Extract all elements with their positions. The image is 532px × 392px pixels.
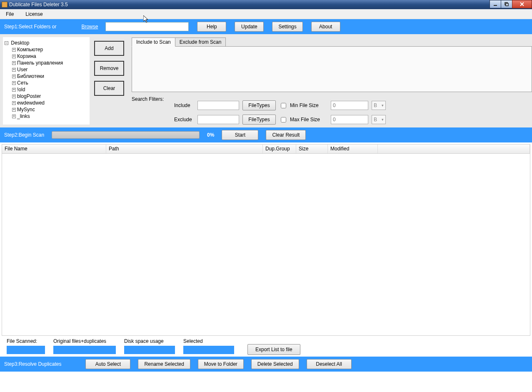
stat-orig-dup-value [53, 346, 116, 354]
clear-result-button[interactable]: Clear Result [266, 130, 306, 140]
tree-expand-icon[interactable]: + [12, 88, 16, 92]
tree-expand-icon[interactable]: + [12, 55, 16, 58]
column-file-name[interactable]: File Name [2, 145, 106, 153]
stat-disk-value [124, 346, 175, 354]
tree-item-label: blogPoster [17, 93, 41, 99]
tree-item[interactable]: +Библиотеки [12, 73, 88, 80]
tree-item-label: _links [17, 113, 30, 119]
tree-expand-icon[interactable]: + [12, 81, 16, 85]
max-filesize-checkbox[interactable] [281, 117, 286, 122]
tree-item[interactable]: +_links [12, 113, 88, 120]
tree-expand-icon[interactable]: + [12, 68, 16, 72]
tree-item-label: ewdewdwed [17, 100, 45, 106]
scan-progress-bar [52, 131, 200, 139]
about-button[interactable]: About [311, 22, 340, 32]
tree-expand-icon[interactable]: + [12, 101, 16, 105]
tree-item-label: Библиотеки [17, 73, 44, 79]
min-filesize-input[interactable] [331, 101, 368, 110]
add-folder-button[interactable]: Add [94, 41, 124, 56]
rename-selected-button[interactable]: Rename Selected [138, 359, 190, 369]
step2-label: Step2:Begin Scan [4, 132, 44, 138]
column-path[interactable]: Path [106, 145, 263, 153]
browse-link[interactable]: Browse [81, 24, 98, 30]
tree-item-label: MySync [17, 107, 35, 112]
deselect-all-button[interactable]: Deselect All [307, 359, 352, 369]
scan-config-area: Include to Scan Exclude from Scan Search… [128, 34, 532, 127]
tree-item-label: Компьютер [17, 47, 43, 52]
tree-collapse-icon[interactable]: − [5, 41, 8, 45]
stat-disk-label: Disk space usage [124, 338, 175, 344]
minimize-button[interactable] [490, 0, 501, 8]
min-filesize-unit-select[interactable]: B [372, 101, 386, 110]
include-filter-input[interactable] [197, 101, 239, 110]
scan-folder-list [132, 46, 532, 92]
delete-selected-button[interactable]: Delete Selected [251, 359, 299, 369]
stat-scanned-value [7, 346, 45, 354]
step1-banner: Step1:Select Folders or Browse Help Upda… [0, 19, 532, 34]
close-button[interactable] [512, 0, 532, 8]
results-header: File Name Path Dup.Group Size Modified [2, 145, 530, 154]
tree-item[interactable]: +Корзина [12, 53, 88, 60]
tree-expand-icon[interactable]: + [12, 75, 16, 78]
help-button[interactable]: Help [197, 22, 226, 32]
tree-item-label: Панель управления [17, 60, 63, 66]
stat-scanned-label: File Scanned: [7, 338, 45, 344]
step2-banner: Step2:Begin Scan 0% Start Clear Result [0, 127, 532, 142]
app-icon [2, 2, 7, 7]
tree-expand-icon[interactable]: + [12, 95, 16, 98]
start-scan-button[interactable]: Start [222, 130, 258, 140]
column-spacer [378, 145, 530, 153]
clear-folders-button[interactable]: Clear [94, 81, 124, 96]
move-to-folder-button[interactable]: Move to Folder [198, 359, 244, 369]
tree-root-label[interactable]: Desktop [11, 40, 29, 46]
min-filesize-checkbox[interactable] [281, 103, 286, 108]
tree-item[interactable]: +ewdewdwed [12, 100, 88, 106]
tree-item-label: User [17, 67, 27, 72]
tree-item-label: Сеть [17, 80, 28, 86]
tree-expand-icon[interactable]: + [12, 48, 16, 52]
tree-item[interactable]: +Компьютер [12, 46, 88, 53]
auto-select-button[interactable]: Auto Select [85, 359, 130, 369]
menubar: File License [0, 9, 532, 19]
tree-item-label: Корзина [17, 53, 36, 59]
column-dup-group[interactable]: Dup.Group [263, 145, 296, 153]
window-titlebar: Dublicate Files Deleter 3.5 [0, 0, 532, 9]
max-filesize-input[interactable] [331, 115, 368, 124]
tree-item[interactable]: +User [12, 66, 88, 73]
tree-item[interactable]: +Панель управления [12, 60, 88, 66]
menu-license[interactable]: License [23, 10, 45, 18]
tab-exclude-from-scan[interactable]: Exclude from Scan [175, 37, 226, 47]
folder-action-buttons: Add Remove Clear [90, 34, 128, 127]
stat-selected-value [183, 346, 234, 354]
export-list-button[interactable]: Export List to file [247, 344, 300, 355]
tab-include-to-scan[interactable]: Include to Scan [132, 37, 175, 47]
tree-item[interactable]: +MySync [12, 106, 88, 113]
min-filesize-label: Min File Size [290, 102, 327, 108]
tree-item-label: !old [17, 87, 25, 92]
maximize-button[interactable] [501, 0, 512, 8]
scan-progress-percent: 0% [207, 132, 214, 138]
step1-label: Step1:Select Folders or [4, 24, 56, 30]
max-filesize-unit-select[interactable]: B [372, 115, 386, 124]
exclude-filter-input[interactable] [197, 115, 239, 124]
results-table: File Name Path Dup.Group Size Modified [2, 144, 530, 336]
exclude-filetypes-button[interactable]: FileTypes [242, 115, 276, 125]
include-label: Include [174, 102, 194, 108]
settings-button[interactable]: Settings [272, 22, 302, 32]
tree-expand-icon[interactable]: + [12, 61, 16, 65]
tree-item[interactable]: +Сеть [12, 80, 88, 86]
tree-expand-icon[interactable]: + [12, 115, 16, 118]
folder-tree[interactable]: − Desktop +Компьютер+Корзина+Панель упра… [2, 37, 90, 125]
column-modified[interactable]: Modified [328, 145, 378, 153]
folder-path-input[interactable] [105, 22, 189, 31]
remove-folder-button[interactable]: Remove [94, 61, 124, 76]
column-size[interactable]: Size [296, 145, 328, 153]
menu-file[interactable]: File [3, 10, 16, 18]
tree-item[interactable]: +!old [12, 86, 88, 93]
tree-expand-icon[interactable]: + [12, 108, 16, 112]
update-button[interactable]: Update [235, 22, 264, 32]
include-filetypes-button[interactable]: FileTypes [242, 100, 276, 110]
step3-banner: Step3:Resolve Duplicates Auto Select Ren… [0, 357, 532, 372]
max-filesize-label: Max File Size [290, 117, 327, 122]
tree-item[interactable]: +blogPoster [12, 93, 88, 100]
